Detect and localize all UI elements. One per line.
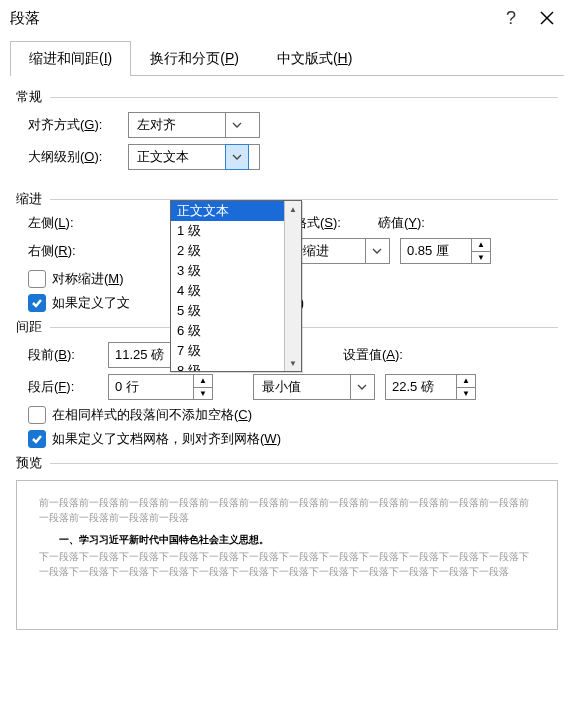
checkbox-icon: [28, 294, 46, 312]
by-value-label: 磅值(Y):: [378, 214, 425, 232]
tab-indent-spacing[interactable]: 缩进和间距(I): [10, 41, 131, 76]
outline-dropdown-list: 正文文本1 级2 级3 级4 级5 级6 级7 级8 级9 级 ▲ ▼: [170, 200, 302, 372]
space-before-label: 段前(B):: [28, 346, 108, 364]
snap-to-grid-checkbox[interactable]: 如果定义了文档网格，则对齐到网格(W): [28, 430, 281, 448]
alignment-select[interactable]: 左对齐: [128, 112, 260, 138]
indent-left-label: 左侧(L):: [28, 214, 128, 232]
scroll-track[interactable]: [285, 217, 301, 355]
preview-text-before: 前一段落前一段落前一段落前一段落前一段落前一段落前一段落前一段落前一段落前一段落…: [39, 495, 535, 525]
spin-up-icon[interactable]: ▲: [457, 375, 475, 388]
outline-label: 大纲级别(O):: [28, 148, 128, 166]
tab-asian-typography[interactable]: 中文版式(H): [258, 41, 371, 76]
outline-option[interactable]: 1 级: [171, 221, 301, 241]
preview-text-after: 下一段落下一段落下一段落下一段落下一段落下一段落下一段落下一段落下一段落下一段落…: [39, 549, 535, 579]
close-button[interactable]: [530, 11, 564, 25]
spin-down-icon[interactable]: ▼: [472, 252, 490, 264]
space-after-label: 段后(F):: [28, 378, 108, 396]
scrollbar[interactable]: ▲ ▼: [284, 201, 301, 371]
outline-option[interactable]: 正文文本: [171, 201, 301, 221]
indent-right-label: 右侧(R):: [28, 242, 128, 260]
outline-select[interactable]: 正文文本: [128, 144, 260, 170]
checkbox-icon: [28, 430, 46, 448]
outline-option[interactable]: 8 级: [171, 361, 301, 371]
spin-down-icon[interactable]: ▼: [457, 388, 475, 400]
outline-option[interactable]: 6 级: [171, 321, 301, 341]
no-space-same-style-checkbox[interactable]: 在相同样式的段落间不添加空格(C): [28, 406, 252, 424]
spin-up-icon[interactable]: ▲: [194, 375, 212, 388]
tab-line-page-breaks[interactable]: 换行和分页(P): [131, 41, 258, 76]
mirror-indents-checkbox[interactable]: 对称缩进(M): [28, 270, 124, 288]
close-icon: [540, 11, 554, 25]
by-value-spin[interactable]: 0.85 厘 ▲▼: [400, 238, 491, 264]
line-spacing-select[interactable]: 最小值: [253, 374, 375, 400]
group-general: 常规: [16, 88, 558, 106]
title-bar: 段落 ?: [0, 0, 574, 36]
tab-strip: 缩进和间距(I) 换行和分页(P) 中文版式(H): [10, 40, 564, 76]
scroll-up-icon[interactable]: ▲: [285, 201, 301, 217]
outline-option[interactable]: 7 级: [171, 341, 301, 361]
checkbox-icon: [28, 270, 46, 288]
at-value-label: 设置值(A):: [343, 346, 403, 364]
space-after-spin[interactable]: 0 行 ▲▼: [108, 374, 213, 400]
spin-down-icon[interactable]: ▼: [194, 388, 212, 400]
outline-option[interactable]: 4 级: [171, 281, 301, 301]
spin-up-icon[interactable]: ▲: [472, 239, 490, 252]
outline-option[interactable]: 5 级: [171, 301, 301, 321]
at-value-spin[interactable]: 22.5 磅 ▲▼: [385, 374, 476, 400]
chevron-down-icon[interactable]: [365, 239, 388, 263]
dialog-title: 段落: [10, 9, 40, 28]
scroll-down-icon[interactable]: ▼: [285, 355, 301, 371]
help-button[interactable]: ?: [492, 8, 530, 29]
alignment-label: 对齐方式(G):: [28, 116, 128, 134]
preview-panel: 前一段落前一段落前一段落前一段落前一段落前一段落前一段落前一段落前一段落前一段落…: [16, 480, 558, 630]
group-preview: 预览: [16, 454, 558, 472]
chevron-down-icon[interactable]: [225, 113, 248, 137]
outline-option[interactable]: 3 级: [171, 261, 301, 281]
preview-text-main: 一、学习习近平新时代中国特色社会主义思想。: [39, 533, 535, 547]
chevron-down-icon[interactable]: [225, 144, 249, 170]
chevron-down-icon[interactable]: [350, 375, 373, 399]
checkbox-icon: [28, 406, 46, 424]
outline-option[interactable]: 2 级: [171, 241, 301, 261]
